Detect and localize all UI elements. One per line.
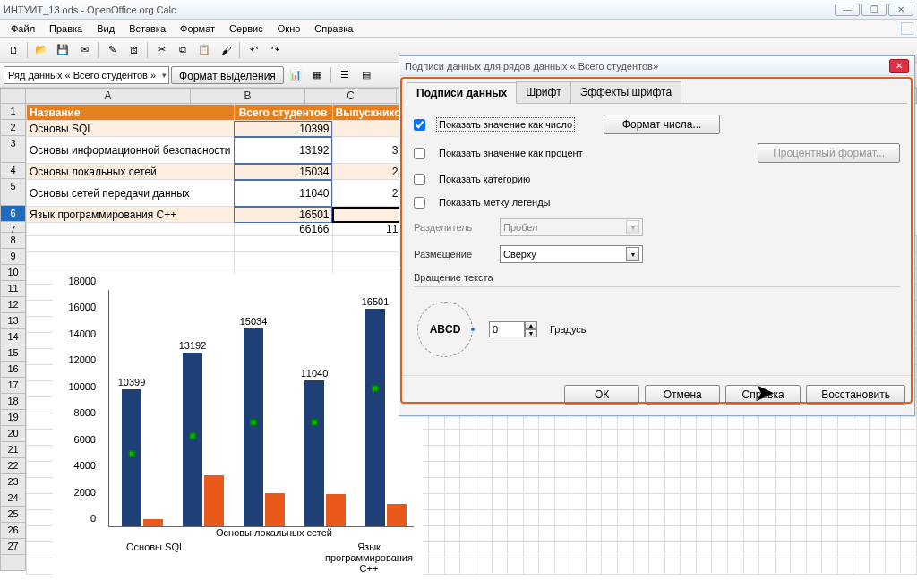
degrees-input[interactable] xyxy=(489,321,525,337)
menu-help[interactable]: Справка xyxy=(307,21,360,36)
dialog-tabs: Подписи данных Шрифт Эффекты шрифта xyxy=(407,81,907,104)
menu-insert[interactable]: Вставка xyxy=(122,21,173,36)
undo-icon[interactable]: ↶ xyxy=(244,40,263,60)
row-header-17[interactable]: 17 xyxy=(0,378,26,394)
chart-icon[interactable]: 📊 xyxy=(286,65,305,85)
data-labels-dialog: Подписи данных для рядов данных « Всего … xyxy=(399,55,915,416)
row-header-26[interactable]: 26 xyxy=(0,523,26,539)
spin-down-icon[interactable]: ▼ xyxy=(525,329,537,337)
row-header-22[interactable]: 22 xyxy=(0,458,26,474)
open-icon[interactable]: 📂 xyxy=(31,40,51,60)
brush-icon[interactable]: 🖌 xyxy=(216,40,236,60)
save-icon[interactable]: 💾 xyxy=(53,40,73,60)
redo-icon[interactable]: ↷ xyxy=(265,40,285,60)
copy-icon[interactable]: ⧉ xyxy=(173,40,193,60)
row-header-20[interactable]: 20 xyxy=(0,426,26,442)
col-a-header[interactable]: A xyxy=(26,88,191,104)
help-icon[interactable] xyxy=(901,22,913,35)
col-b-header[interactable]: B xyxy=(191,88,305,104)
row-header-18[interactable]: 18 xyxy=(0,394,26,410)
list-icon[interactable]: ☰ xyxy=(335,65,355,85)
menu-format[interactable]: Формат xyxy=(173,21,222,36)
placement-select[interactable]: Сверху▾ xyxy=(500,245,643,263)
row-header-13[interactable]: 13 xyxy=(0,313,26,329)
number-format-button[interactable]: Формат числа... xyxy=(604,115,720,134)
cut-icon[interactable]: ✂ xyxy=(151,40,171,60)
tab-font-effects[interactable]: Эффекты шрифта xyxy=(570,81,682,103)
separator-label: Разделитель xyxy=(414,222,491,233)
row-header-9[interactable]: 9 xyxy=(0,249,26,265)
select-all-cell[interactable] xyxy=(0,88,26,104)
cancel-button[interactable]: Отмена xyxy=(645,385,720,405)
rotation-dial[interactable]: ABCD xyxy=(414,298,476,361)
show-percent-checkbox[interactable] xyxy=(414,148,425,159)
row-header-27[interactable]: 27 xyxy=(0,539,26,555)
show-number-checkbox[interactable] xyxy=(414,119,425,131)
maximize-button[interactable]: ❐ xyxy=(861,4,887,16)
menu-file[interactable]: Файл xyxy=(4,21,42,36)
new-icon[interactable]: 🗋 xyxy=(4,40,23,60)
name-box[interactable]: Ряд данных « Всего студентов » xyxy=(4,66,169,84)
mail-icon[interactable]: ✉ xyxy=(74,40,94,60)
minimize-button[interactable]: — xyxy=(835,4,860,16)
row-header-1[interactable]: 1 xyxy=(0,104,26,120)
window-title: ИНТУИТ_13.ods - OpenOffice.org Calc xyxy=(4,4,176,15)
placement-label: Размещение xyxy=(414,249,491,260)
degrees-spinner[interactable]: ▲ ▼ xyxy=(489,321,537,337)
row-header-7[interactable]: 7 xyxy=(0,222,26,233)
row-header-24[interactable]: 24 xyxy=(0,490,26,507)
row-header-2[interactable]: 2 xyxy=(0,120,26,136)
menu-view[interactable]: Вид xyxy=(90,21,122,36)
show-legend-label: Показать метку легенды xyxy=(436,195,553,209)
row-header-15[interactable]: 15 xyxy=(0,345,26,362)
percent-format-button: Процентный формат... xyxy=(758,143,900,163)
row-header-6[interactable]: 6 xyxy=(0,206,26,222)
menu-tools[interactable]: Сервис xyxy=(222,21,270,36)
window-titlebar: ИНТУИТ_13.ods - OpenOffice.org Calc — ❐ … xyxy=(0,0,917,20)
tab-data-labels[interactable]: Подписи данных xyxy=(407,82,517,104)
separator-select: Пробел▾ xyxy=(500,218,643,236)
embedded-chart[interactable]: 0200040006000800010000120001400016000180… xyxy=(53,274,423,588)
row-header-4[interactable]: 4 xyxy=(0,163,26,179)
tab-font[interactable]: Шрифт xyxy=(516,81,570,103)
row-header-12[interactable]: 12 xyxy=(0,297,26,313)
row-header-3[interactable]: 3 xyxy=(0,136,26,163)
row-header-10[interactable]: 10 xyxy=(0,265,26,281)
show-category-checkbox[interactable] xyxy=(414,174,425,185)
format-selection-button[interactable]: Формат выделения xyxy=(171,66,284,84)
row-header-11[interactable]: 11 xyxy=(0,281,26,297)
help-button[interactable]: Справка xyxy=(725,385,801,405)
edit-icon[interactable]: ✎ xyxy=(102,40,122,60)
row-header-28[interactable] xyxy=(0,555,26,571)
spin-up-icon[interactable]: ▲ xyxy=(525,321,537,329)
degrees-label: Градусы xyxy=(550,324,588,335)
rotation-group-label: Вращение текста xyxy=(414,272,900,283)
menu-window[interactable]: Окно xyxy=(270,21,308,36)
row-header-19[interactable]: 19 xyxy=(0,410,26,426)
show-legend-checkbox[interactable] xyxy=(414,197,425,209)
col-c-header[interactable]: C xyxy=(305,88,397,104)
row-header-14[interactable]: 14 xyxy=(0,329,26,345)
dialog-titlebar[interactable]: Подписи данных для рядов данных « Всего … xyxy=(399,56,914,76)
restore-button[interactable]: Восстановить xyxy=(806,385,905,405)
show-percent-label: Показать значение как процент xyxy=(436,146,586,160)
ok-button[interactable]: ОК xyxy=(564,385,639,405)
show-number-label: Показать значение как число xyxy=(436,117,575,132)
grid-icon[interactable]: ▤ xyxy=(356,65,376,85)
pdf-icon[interactable]: 🖺 xyxy=(124,40,143,60)
row-header-23[interactable]: 23 xyxy=(0,474,26,490)
row-header-16[interactable]: 16 xyxy=(0,362,26,378)
dialog-close-button[interactable]: ✕ xyxy=(889,59,909,73)
paste-icon[interactable]: 📋 xyxy=(194,40,214,60)
row-header-5[interactable]: 5 xyxy=(0,179,26,206)
close-button[interactable]: ✕ xyxy=(888,4,913,16)
dialog-title: Подписи данных для рядов данных « Всего … xyxy=(405,61,658,72)
menu-edit[interactable]: Правка xyxy=(42,21,90,36)
row-header-21[interactable]: 21 xyxy=(0,442,26,458)
row-header-25[interactable]: 25 xyxy=(0,507,26,523)
show-category-label: Показать категорию xyxy=(436,172,533,186)
palette-icon[interactable]: ▦ xyxy=(307,65,327,85)
menubar: Файл Правка Вид Вставка Формат Сервис Ок… xyxy=(0,20,917,38)
row-header-8[interactable]: 8 xyxy=(0,233,26,249)
